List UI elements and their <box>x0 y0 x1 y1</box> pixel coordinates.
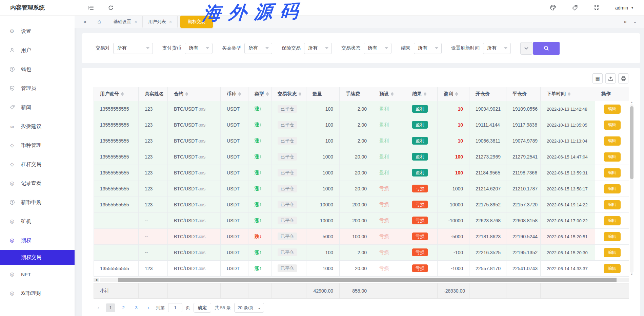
edit-button[interactable]: 编辑 <box>604 248 621 257</box>
admin-user-menu[interactable]: admin ▼ <box>615 5 634 11</box>
sort-icon[interactable] <box>299 92 301 96</box>
tabs-menu-caret-icon[interactable]: ⌄ <box>633 20 637 24</box>
close-tab-icon[interactable]: × <box>169 19 172 24</box>
column-header-account[interactable]: 用户账号 <box>94 87 139 101</box>
sidebar-item-钱包[interactable]: $钱包 <box>0 60 75 79</box>
scroll-down-icon[interactable]: ▼ <box>630 273 633 276</box>
edit-button[interactable]: 编辑 <box>604 216 621 225</box>
edit-button[interactable]: 编辑 <box>604 200 621 209</box>
cell-type: 涨↑ <box>248 197 271 213</box>
next-page-icon[interactable]: › <box>144 305 153 311</box>
tag-icon[interactable] <box>572 5 578 11</box>
column-header-type[interactable]: 类型 <box>248 87 271 101</box>
column-header-preset[interactable]: 预设 <box>373 87 406 101</box>
cell-amount: 10000 <box>306 213 340 229</box>
sidebar-item-NFT[interactable]: ◎NFT <box>0 265 75 284</box>
tab-用户列表[interactable]: 用户列表× <box>143 16 178 27</box>
close-tab-icon[interactable]: × <box>135 19 137 24</box>
sidebar-item-期权[interactable]: ◎期权 <box>0 231 75 250</box>
edit-button[interactable]: 编辑 <box>604 105 621 114</box>
filter-select-设置刷新时间[interactable]: 所有 <box>483 43 511 54</box>
sort-icon[interactable] <box>455 92 458 96</box>
fullscreen-icon[interactable] <box>593 5 600 11</box>
scroll-up-icon[interactable]: ▲ <box>630 101 633 104</box>
cell-status: 已平仓 <box>271 197 306 213</box>
page-size-select[interactable]: 20 条/页 ⌄ <box>234 303 264 313</box>
sidebar-item-管理员[interactable]: 管理员 <box>0 79 75 98</box>
scroll-left-icon[interactable]: ◀ <box>94 278 99 282</box>
home-tab-icon[interactable]: ⌂ <box>93 18 106 25</box>
column-header-result[interactable]: 结果 <box>406 87 438 101</box>
edit-button[interactable]: 编辑 <box>604 232 621 241</box>
column-header-contract[interactable]: 合约 <box>168 87 221 101</box>
edit-button[interactable]: 编辑 <box>604 184 621 193</box>
expand-filters-button[interactable] <box>520 42 532 55</box>
theme-palette-icon[interactable] <box>550 4 556 11</box>
edit-button[interactable]: 编辑 <box>604 264 621 273</box>
sidebar-item-币种管理[interactable]: ◇币种管理 <box>0 136 75 155</box>
column-header-currency[interactable]: 币种 <box>221 87 248 101</box>
page-button-1[interactable]: 1 <box>106 303 115 312</box>
sort-icon[interactable] <box>424 92 426 96</box>
filter-select-支付货币[interactable]: 所有 <box>185 43 213 54</box>
sidebar-item-投拆建议[interactable]: ∞投拆建议 <box>0 117 75 136</box>
result-badge: 亏损 <box>412 201 428 208</box>
sidebar-subitem-期权交易[interactable]: 期权交易 <box>0 250 75 265</box>
vertical-scrollbar-thumb[interactable] <box>630 106 633 179</box>
column-header-status[interactable]: 交易状态 <box>271 87 306 101</box>
export-icon[interactable] <box>605 73 616 83</box>
filter-select-保险交易[interactable]: 所有 <box>304 43 332 54</box>
refresh-icon[interactable] <box>108 5 114 11</box>
sidebar-item-设置[interactable]: ⚙设置 <box>0 22 75 41</box>
sidebar-item-矿机[interactable]: ◎矿机 <box>0 212 75 231</box>
cell-currency: USDT <box>221 197 248 213</box>
subtotal-empty-cell <box>541 283 595 299</box>
print-icon[interactable] <box>618 73 628 83</box>
cell-account <box>94 229 139 245</box>
column-header-profit[interactable]: 盈利 <box>438 87 469 101</box>
cell-contract: BTC/USDT-30S <box>168 117 221 133</box>
tabs-scroll-left-icon[interactable]: « <box>83 18 86 25</box>
edit-button[interactable]: 编辑 <box>604 136 621 146</box>
sort-icon[interactable] <box>568 92 570 96</box>
filter-select-结果[interactable]: 所有 <box>414 43 442 54</box>
cell-actions: 编辑 <box>595 229 629 245</box>
sidebar-item-用户[interactable]: 用户 <box>0 41 75 60</box>
page-button-2[interactable]: 2 <box>119 303 128 312</box>
sidebar-item-label: 管理员 <box>21 85 36 92</box>
column-header-time[interactable]: 下单时间 <box>541 87 595 101</box>
tabs-scroll-right-icon[interactable]: » <box>624 19 627 25</box>
page-button-3[interactable]: 3 <box>132 303 141 312</box>
filter-select-买卖类型[interactable]: 所有 <box>244 43 272 54</box>
filter-select-交易对[interactable]: 所有 <box>113 43 153 54</box>
columns-setting-icon[interactable]: ▦ <box>592 73 603 83</box>
sort-icon[interactable] <box>185 92 188 96</box>
sort-icon[interactable] <box>121 92 124 96</box>
edit-button[interactable]: 编辑 <box>604 120 621 130</box>
sidebar-item-记录查看[interactable]: ◎记录查看 <box>0 174 75 193</box>
horizontal-scrollbar[interactable]: ◀ <box>94 278 629 282</box>
sort-icon[interactable] <box>238 92 241 96</box>
filter-select-交易状态[interactable]: 所有 <box>364 43 391 54</box>
edit-button[interactable]: 编辑 <box>604 152 621 162</box>
sidebar-item-新闻[interactable]: 新闻 <box>0 98 75 117</box>
sort-icon[interactable] <box>266 92 269 96</box>
horizontal-scrollbar-thumb[interactable] <box>118 278 617 282</box>
search-button[interactable] <box>533 42 560 55</box>
sort-icon[interactable] <box>391 92 394 96</box>
tab-基础设置[interactable]: 基础设置× <box>108 16 143 27</box>
sidebar-item-新币申购[interactable]: $新币申购 <box>0 193 75 212</box>
subtotal-empty-cell <box>469 283 506 299</box>
confirm-jump-button[interactable]: 确定 <box>194 303 211 313</box>
tab-label: 用户列表 <box>148 19 166 25</box>
jump-page-input[interactable] <box>168 303 182 312</box>
sidebar-item-杠杆交易[interactable]: ◇杠杆交易 <box>0 155 75 174</box>
edit-button[interactable]: 编辑 <box>604 168 621 178</box>
collapse-menu-icon[interactable] <box>88 5 94 11</box>
vertical-scrollbar[interactable]: ▲ ▼ <box>630 101 634 276</box>
cell-profit: -1000 <box>438 261 469 277</box>
tab-期权交易[interactable]: 期权交易 <box>180 16 213 28</box>
cell-currency: USDT <box>221 133 248 149</box>
prev-page-icon[interactable]: ‹ <box>94 305 102 311</box>
sidebar-item-双币理财[interactable]: ◎双币理财 <box>0 284 75 303</box>
